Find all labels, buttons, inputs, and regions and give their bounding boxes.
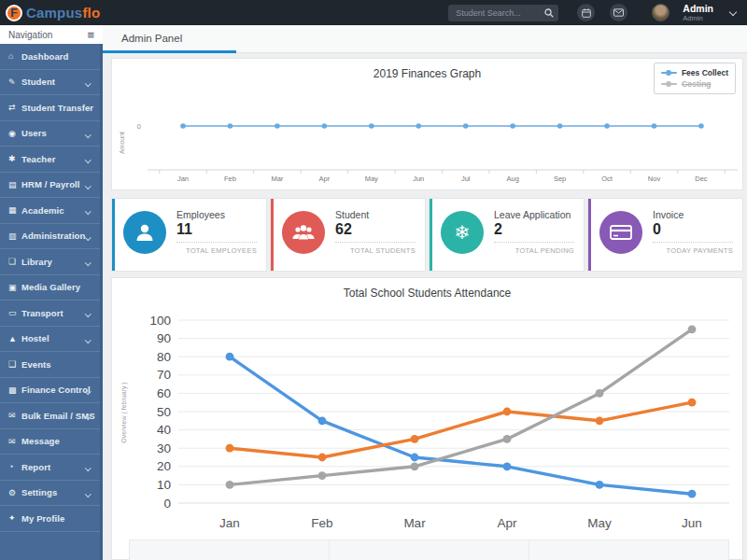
legend-item-fees-collect[interactable]: Fees Collect	[661, 67, 728, 78]
legend-label: Fees Collect	[682, 68, 728, 77]
divider	[494, 242, 574, 243]
svg-text:Apr: Apr	[497, 516, 517, 530]
sidebar-item-label: Student	[21, 77, 55, 87]
svg-text:May: May	[587, 516, 612, 530]
sidebar-item-label: Teacher	[21, 154, 55, 164]
card-accent-bar	[271, 199, 274, 271]
svg-text:Oct: Oct	[601, 175, 613, 183]
sidebar-item-dashboard[interactable]: ⌂Dashboard	[0, 44, 100, 70]
card-footer: TOTAL STUDENTS	[335, 246, 416, 255]
students-icon	[282, 211, 325, 254]
card-footer: TOTAL EMPLOYEES	[176, 246, 257, 255]
payroll-icon: ▤	[8, 180, 21, 189]
svg-text:Jan: Jan	[219, 516, 240, 530]
card-accent-bar	[112, 199, 115, 271]
search-input[interactable]	[448, 8, 558, 18]
sidebar-item-academic[interactable]: ▦Academic	[0, 198, 100, 224]
card-title: Employees	[176, 209, 257, 220]
chevron-down-icon[interactable]	[729, 7, 737, 15]
svg-text:100: 100	[149, 314, 171, 328]
finance-icon: ▩	[8, 385, 21, 395]
card-invoice: Invoice 0 TODAY PAYMENTS	[587, 198, 743, 272]
sidebar-item-label: Message	[21, 436, 60, 446]
user-name: Admin	[683, 4, 713, 14]
legend-marker-icon	[661, 72, 677, 75]
users-icon: ◉	[8, 129, 21, 138]
sidebar-item-label: Report	[21, 462, 50, 472]
card-title: Invoice	[653, 209, 733, 220]
chevron-down-icon	[85, 183, 91, 189]
chevron-down-icon	[85, 337, 91, 343]
search-icon[interactable]	[544, 8, 554, 18]
chevron-down-icon	[85, 259, 91, 265]
svg-text:Feb: Feb	[224, 175, 236, 183]
logo-part-2: flo	[82, 5, 100, 21]
teacher-icon: ✱	[8, 154, 21, 163]
chevron-down-icon	[85, 465, 91, 470]
svg-text:Jul: Jul	[461, 175, 471, 183]
svg-text:90: 90	[157, 331, 171, 345]
chevron-down-icon	[85, 157, 91, 162]
sidebar-item-label: Finance Control	[21, 385, 91, 395]
administration-icon: ▥	[8, 231, 21, 241]
sidebar-header: Navigation ≡	[0, 25, 103, 44]
sidebar-item-hrm-payroll[interactable]: ▤HRM / Payroll	[0, 173, 100, 199]
library-icon: ❏	[8, 257, 21, 266]
svg-text:0: 0	[137, 122, 141, 131]
card-accent-bar	[430, 199, 432, 271]
svg-text:Dec: Dec	[695, 175, 708, 183]
sidebar-item-events[interactable]: ❑Events	[0, 352, 100, 378]
sidebar-item-message[interactable]: ✉Message	[0, 429, 100, 455]
sidebar-item-media-gallery[interactable]: ▣Media Gallery	[0, 275, 100, 301]
user-role: Admin	[683, 15, 713, 22]
logo-part-1: Campus	[26, 5, 82, 21]
sidebar-item-transport[interactable]: ▭Transport	[0, 301, 100, 327]
tab-bar: Admin Panel	[103, 25, 747, 53]
sidebar-item-student[interactable]: ✎Student	[0, 70, 100, 96]
sidebar-item-bulk-email-sms[interactable]: ✉Bulk Email / SMS	[0, 403, 100, 429]
sidebar-item-report[interactable]: ◔Report	[0, 455, 100, 481]
report-icon: ◔	[8, 462, 21, 471]
logo-icon: F	[6, 5, 22, 21]
sidebar-item-label: Dashboard	[21, 51, 69, 62]
tab-admin-panel[interactable]: Admin Panel	[103, 25, 236, 53]
transport-icon: ▭	[8, 308, 21, 317]
sidebar-item-teacher[interactable]: ✱Teacher	[0, 147, 100, 173]
transfer-icon: ⇄	[8, 103, 21, 112]
sidebar-item-settings[interactable]: ⚙Settings	[0, 481, 100, 507]
sidebar-item-hostel[interactable]: ▲Hostel	[0, 327, 100, 353]
calendar-button[interactable]	[577, 4, 595, 21]
sidebar-nav: ⌂Dashboard✎Student⇄Student Transfer◉User…	[0, 44, 103, 560]
student-search	[448, 5, 558, 21]
sidebar-item-library[interactable]: ❏Library	[0, 249, 100, 275]
sidebar-item-finance-control[interactable]: ▩Finance Control	[0, 378, 100, 404]
message-icon: ✉	[8, 437, 21, 446]
hamburger-icon[interactable]: ≡	[87, 29, 94, 41]
sidebar-item-administration[interactable]: ▥Administration	[0, 224, 100, 250]
calendar-icon	[582, 8, 591, 18]
sidebar-title: Navigation	[8, 30, 52, 40]
profile-icon: ✦	[8, 513, 21, 523]
svg-text:0: 0	[163, 497, 171, 511]
sidebar-item-label: Hostel	[21, 333, 49, 343]
card-value: 2	[494, 221, 574, 238]
employee-icon	[123, 211, 166, 254]
user-menu[interactable]: Admin Admin	[683, 4, 713, 22]
svg-text:Jan: Jan	[177, 175, 189, 183]
avatar[interactable]	[652, 4, 669, 21]
svg-text:80: 80	[157, 350, 171, 364]
sidebar-item-label: Student Transfer	[21, 103, 93, 113]
card-employees: Employees 11 TOTAL EMPLOYEES	[111, 198, 267, 272]
sidebar-item-my-profile[interactable]: ✦My Profile	[0, 506, 100, 532]
table-header-cell	[330, 540, 529, 560]
messages-button[interactable]	[610, 4, 627, 21]
sidebar-item-users[interactable]: ◉Users	[0, 121, 100, 147]
sidebar-item-student-transfer[interactable]: ⇄Student Transfer	[0, 95, 100, 121]
card-value: 11	[176, 221, 257, 238]
card-value: 0	[653, 221, 733, 238]
card-value: 62	[335, 221, 416, 238]
stats-cards: Employees 11 TOTAL EMPLOYEES Student 62 …	[111, 198, 743, 272]
card-footer: TOTAL PENDING	[494, 246, 574, 255]
svg-text:Sep: Sep	[554, 175, 566, 183]
svg-text:Apr: Apr	[319, 175, 331, 183]
